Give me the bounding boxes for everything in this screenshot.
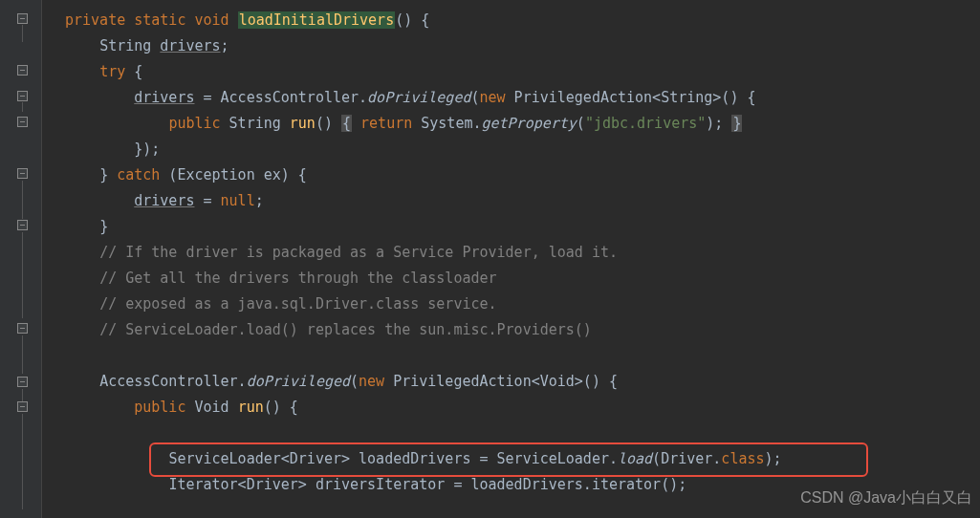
fold-line: [22, 181, 23, 219]
fold-icon[interactable]: [17, 401, 28, 412]
code-line: });: [65, 137, 782, 162]
fold-icon[interactable]: [17, 323, 28, 334]
code-line: AccessController.doPrivileged(new Privil…: [65, 369, 782, 395]
code-editor[interactable]: private static void loadInitialDrivers()…: [42, 0, 782, 498]
code-line: public Void run() {: [65, 395, 782, 421]
code-line: }: [65, 214, 782, 240]
fold-line: [22, 335, 23, 374]
fold-icon[interactable]: [17, 377, 28, 387]
code-line: // If the driver is packaged as a Servic…: [65, 240, 782, 266]
code-line: // Get all the drivers through the class…: [65, 266, 782, 291]
code-line: // ServiceLoader.load() replaces the sun…: [65, 317, 782, 343]
fold-line: [22, 25, 23, 42]
code-line: // exposed as a java.sql.Driver.class se…: [65, 291, 782, 317]
fold-icon[interactable]: [17, 65, 28, 76]
code-line: ServiceLoader<Driver> loadedDrivers = Se…: [65, 446, 782, 472]
fold-icon[interactable]: [17, 117, 28, 127]
code-line: String drivers;: [65, 33, 782, 59]
code-line: } catch (Exception ex) {: [65, 162, 782, 188]
fold-icon[interactable]: [17, 168, 28, 179]
fold-icon[interactable]: [17, 91, 28, 101]
code-line: drivers = AccessController.doPrivileged(…: [65, 85, 782, 111]
code-line: drivers = null;: [65, 188, 782, 214]
code-line: try {: [65, 59, 782, 85]
fold-line: [22, 232, 23, 318]
fold-line: [22, 102, 23, 112]
fold-icon[interactable]: [17, 13, 28, 24]
fold-line: [22, 414, 23, 509]
code-line: Iterator<Driver> driversIterator = loade…: [65, 472, 782, 498]
code-line: private static void loadInitialDrivers()…: [65, 8, 782, 33]
code-line: [65, 343, 782, 369]
fold-icon[interactable]: [17, 220, 28, 230]
code-line: public String run() { return System.getP…: [65, 111, 782, 137]
code-line: [65, 421, 782, 446]
watermark: CSDN @Java小白白又白: [800, 485, 972, 512]
gutter: [0, 0, 42, 518]
